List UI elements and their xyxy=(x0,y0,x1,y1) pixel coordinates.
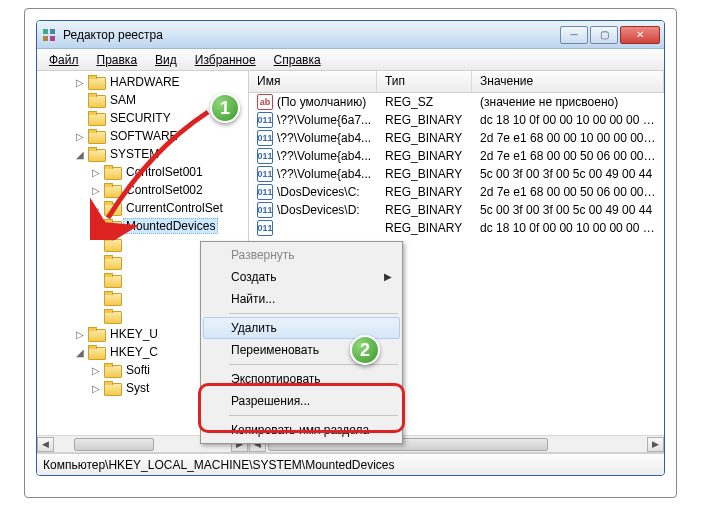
ctx-separator xyxy=(229,313,398,314)
value-name: (По умолчанию) xyxy=(277,95,366,109)
value-type: REG_BINARY xyxy=(377,184,472,200)
menu-edit[interactable]: Правка xyxy=(89,51,146,69)
annotation-arrow xyxy=(90,100,220,240)
expander-icon[interactable]: ▷ xyxy=(73,76,86,89)
value-row[interactable]: ab(По умолчанию)REG_SZ(значение не присв… xyxy=(249,93,664,111)
value-row[interactable]: 011\??\Volume{ab4...REG_BINARY5c 00 3f 0… xyxy=(249,165,664,183)
svg-rect-1 xyxy=(50,29,55,34)
expander-icon[interactable] xyxy=(89,274,102,287)
value-type: REG_BINARY xyxy=(377,130,472,146)
maximize-button[interactable]: ▢ xyxy=(590,26,618,44)
binary-value-icon: 011 xyxy=(257,220,273,236)
binary-value-icon: 011 xyxy=(257,148,273,164)
tree-label xyxy=(123,261,129,263)
value-data: 5c 00 3f 00 3f 00 5c 00 49 00 44 xyxy=(472,166,664,182)
menu-file[interactable]: Файл xyxy=(41,51,87,69)
ctx-separator xyxy=(229,364,398,365)
value-type: REG_BINARY xyxy=(377,166,472,182)
callout-1: 1 xyxy=(210,93,240,123)
titlebar[interactable]: Редактор реестра ─ ▢ ✕ xyxy=(37,21,664,49)
value-type: REG_BINARY xyxy=(377,148,472,164)
tree-label: HARDWARE xyxy=(107,74,183,90)
folder-icon xyxy=(104,309,120,323)
close-button[interactable]: ✕ xyxy=(620,26,660,44)
col-value[interactable]: Значение xyxy=(472,71,664,92)
list-header: Имя Тип Значение xyxy=(249,71,664,93)
folder-icon xyxy=(104,363,120,377)
value-data: 2d 7e e1 68 00 00 50 06 00 00 00 xyxy=(472,184,664,200)
binary-value-icon: 011 xyxy=(257,202,273,218)
value-type: REG_BINARY xyxy=(377,202,472,218)
string-value-icon: ab xyxy=(257,94,273,110)
ctx-permissions[interactable]: Разрешения... xyxy=(203,390,400,412)
value-row[interactable]: 011\??\Volume{ab4...REG_BINARY2d 7e e1 6… xyxy=(249,129,664,147)
value-name: \DosDevices\D: xyxy=(277,203,360,217)
tree-label: HKEY_C xyxy=(107,344,161,360)
value-row[interactable]: 011REG_BINARYdc 18 10 0f 00 00 10 00 00 … xyxy=(249,219,664,237)
expander-icon[interactable]: ▷ xyxy=(89,364,102,377)
folder-icon xyxy=(104,255,120,269)
tree-label xyxy=(123,279,129,281)
binary-value-icon: 011 xyxy=(257,112,273,128)
tree-label xyxy=(123,315,129,317)
expander-icon[interactable] xyxy=(89,256,102,269)
expander-icon[interactable]: ◢ xyxy=(73,148,86,161)
expander-icon[interactable]: ▷ xyxy=(73,328,86,341)
ctx-copyname[interactable]: Копировать имя раздела xyxy=(203,419,400,441)
folder-icon xyxy=(88,345,104,359)
value-row[interactable]: 011\DosDevices\D:REG_BINARY5c 00 3f 00 3… xyxy=(249,201,664,219)
ctx-separator xyxy=(229,415,398,416)
svg-rect-3 xyxy=(50,36,55,41)
tree-label xyxy=(123,297,129,299)
scroll-left-icon[interactable]: ◀ xyxy=(37,437,54,452)
value-row[interactable]: 011\??\Volume{6a7...REG_BINARYdc 18 10 0… xyxy=(249,111,664,129)
scroll-right-icon[interactable]: ▶ xyxy=(647,437,664,452)
value-row[interactable]: 011\??\Volume{ab4...REG_BINARY2d 7e e1 6… xyxy=(249,147,664,165)
value-name: \??\Volume{ab4... xyxy=(277,131,371,145)
expander-icon[interactable] xyxy=(73,112,86,125)
expander-icon[interactable]: ◢ xyxy=(73,346,86,359)
col-name[interactable]: Имя xyxy=(249,71,377,92)
menu-favorites[interactable]: Избранное xyxy=(187,51,264,69)
value-data: (значение не присвоено) xyxy=(472,94,664,110)
ctx-export[interactable]: Экспортировать xyxy=(203,368,400,390)
statusbar: Компьютер\HKEY_LOCAL_MACHINE\SYSTEM\Moun… xyxy=(37,453,664,475)
value-data: 2d 7e e1 68 00 00 10 00 00 00 00 0 xyxy=(472,130,664,146)
svg-rect-0 xyxy=(43,29,48,34)
ctx-expand[interactable]: Развернуть xyxy=(203,244,400,266)
value-name: \??\Volume{6a7... xyxy=(277,113,371,127)
folder-icon xyxy=(88,327,104,341)
ctx-find[interactable]: Найти... xyxy=(203,288,400,310)
callout-2: 2 xyxy=(350,335,380,365)
tree-label: Syst xyxy=(123,380,152,396)
app-icon xyxy=(41,27,57,43)
tree-item[interactable]: ▷HARDWARE xyxy=(41,73,248,91)
submenu-arrow-icon: ▶ xyxy=(384,271,392,282)
folder-icon xyxy=(88,75,104,89)
menu-help[interactable]: Справка xyxy=(266,51,329,69)
expander-icon[interactable] xyxy=(89,292,102,305)
expander-icon[interactable] xyxy=(89,310,102,323)
folder-icon xyxy=(104,291,120,305)
value-name: \??\Volume{ab4... xyxy=(277,149,371,163)
folder-icon xyxy=(104,273,120,287)
tree-label: Softi xyxy=(123,362,153,378)
binary-value-icon: 011 xyxy=(257,166,273,182)
expander-icon[interactable] xyxy=(73,94,86,107)
ctx-new[interactable]: Создать▶ xyxy=(203,266,400,288)
col-type[interactable]: Тип xyxy=(377,71,472,92)
binary-value-icon: 011 xyxy=(257,130,273,146)
window-title: Редактор реестра xyxy=(63,28,560,42)
value-data: dc 18 10 0f 00 00 10 00 00 00 00 0 xyxy=(472,112,664,128)
expander-icon[interactable]: ▷ xyxy=(73,130,86,143)
menu-view[interactable]: Вид xyxy=(147,51,185,69)
expander-icon[interactable]: ▷ xyxy=(89,382,102,395)
binary-value-icon: 011 xyxy=(257,184,273,200)
value-row[interactable]: 011\DosDevices\C:REG_BINARY2d 7e e1 68 0… xyxy=(249,183,664,201)
menubar: Файл Правка Вид Избранное Справка xyxy=(37,49,664,71)
folder-icon xyxy=(104,381,120,395)
value-type: REG_SZ xyxy=(377,94,472,110)
value-name: \??\Volume{ab4... xyxy=(277,167,371,181)
tree-label: HKEY_U xyxy=(107,326,161,342)
minimize-button[interactable]: ─ xyxy=(560,26,588,44)
